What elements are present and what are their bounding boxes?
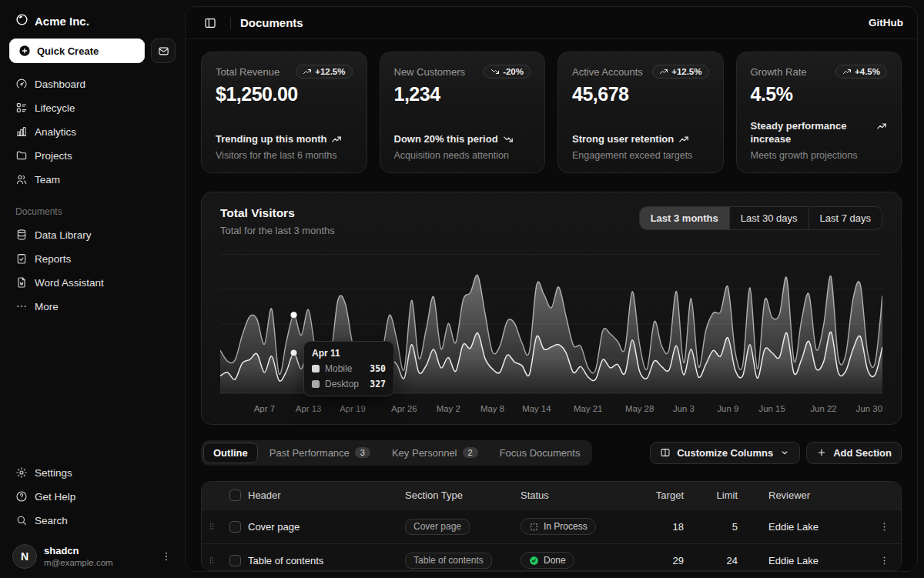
tab-outline[interactable]: Outline bbox=[203, 443, 258, 463]
active-dot-mobile bbox=[290, 349, 297, 356]
sidebar-footer-nav: SettingsGet HelpSearch bbox=[9, 461, 176, 532]
quick-create-label: Quick Create bbox=[37, 45, 99, 57]
inbox-button[interactable] bbox=[151, 38, 176, 63]
reviewer-cell[interactable]: Eddie Lake bbox=[752, 521, 867, 533]
tabs-row: OutlinePast Performance3Key Personnel2Fo… bbox=[201, 440, 902, 466]
sidebar-footer: SettingsGet HelpSearch N shadcn m@exampl… bbox=[9, 461, 176, 569]
table-body: Cover pageCover pageIn Process185Eddie L… bbox=[202, 510, 901, 571]
sidebar-main-nav: DashboardLifecycleAnalyticsProjectsTeam bbox=[9, 72, 176, 191]
row-menu-button[interactable] bbox=[867, 555, 901, 566]
tab-count-badge: 2 bbox=[463, 447, 478, 458]
drag-handle[interactable] bbox=[202, 555, 222, 566]
main-panel: Documents GitHub Total Revenue+12.5%$1,2… bbox=[185, 6, 918, 572]
trend-badge: -20% bbox=[484, 65, 531, 79]
table-row[interactable]: Table of contentsTable of contentsDone29… bbox=[202, 543, 901, 571]
select-all-checkbox[interactable] bbox=[229, 489, 241, 501]
stat-card-active-accounts: Active Accounts+12.5%45,678Strong user r… bbox=[557, 52, 724, 173]
sidebar-item-reports[interactable]: Reports bbox=[9, 247, 176, 270]
range-option-last-3-months[interactable]: Last 3 months bbox=[640, 207, 729, 229]
content: Total Revenue+12.5%$1,250.00Trending up … bbox=[186, 39, 917, 571]
target-cell[interactable]: 29 bbox=[636, 555, 698, 566]
col-reviewer: Reviewer bbox=[752, 489, 867, 501]
status-badge: Done bbox=[521, 552, 574, 569]
stat-value: 45,678 bbox=[572, 83, 709, 105]
range-toggle-group: Last 3 monthsLast 30 daysLast 7 days bbox=[639, 206, 882, 230]
plus-icon bbox=[816, 447, 827, 458]
github-link[interactable]: GitHub bbox=[869, 17, 903, 28]
sidebar-item-label: Lifecycle bbox=[35, 102, 75, 114]
row-header-cell[interactable]: Table of contents bbox=[248, 555, 405, 566]
tab-past-performance[interactable]: Past Performance3 bbox=[259, 443, 380, 463]
col-limit: Limit bbox=[698, 489, 752, 501]
range-option-last-30-days[interactable]: Last 30 days bbox=[729, 207, 808, 229]
table-row[interactable]: Cover pageCover pageIn Process185Eddie L… bbox=[202, 510, 901, 543]
row-checkbox[interactable] bbox=[229, 521, 241, 533]
sidebar-item-label: Reports bbox=[35, 253, 71, 265]
stat-footer-desc: Meets growth projections bbox=[751, 149, 888, 162]
sidebar-item-label: Search bbox=[35, 515, 68, 526]
svg-text:May 28: May 28 bbox=[625, 404, 654, 413]
row-menu-button[interactable] bbox=[867, 521, 901, 533]
trend-badge: +12.5% bbox=[652, 65, 708, 79]
sidebar-item-settings[interactable]: Settings bbox=[9, 461, 176, 484]
trend-up-icon bbox=[876, 120, 887, 132]
col-target: Target bbox=[636, 489, 698, 501]
trend-badge: +12.5% bbox=[296, 65, 352, 79]
sidebar-item-search[interactable]: Search bbox=[9, 509, 176, 532]
tab-focus-documents[interactable]: Focus Documents bbox=[490, 443, 591, 463]
row-header-cell[interactable]: Cover page bbox=[248, 521, 405, 533]
word-file-icon bbox=[15, 276, 28, 289]
sidebar-item-dashboard[interactable]: Dashboard bbox=[9, 72, 176, 95]
brand[interactable]: Acme Inc. bbox=[9, 8, 176, 34]
stat-footer-title: Strong user retention bbox=[572, 133, 709, 146]
add-section-button[interactable]: Add Section bbox=[806, 442, 902, 464]
quick-create-row: Quick Create bbox=[9, 38, 176, 63]
limit-cell[interactable]: 24 bbox=[698, 555, 752, 566]
svg-text:May 2: May 2 bbox=[437, 404, 460, 413]
limit-cell[interactable]: 5 bbox=[698, 521, 752, 533]
svg-text:Apr 13: Apr 13 bbox=[296, 404, 322, 413]
drag-handle[interactable] bbox=[202, 521, 222, 532]
stat-card-total-revenue: Total Revenue+12.5%$1,250.00Trending up … bbox=[201, 52, 367, 173]
stat-label: New Customers bbox=[394, 65, 465, 78]
stat-card-growth-rate: Growth Rate+4.5%4.5%Steady performance i… bbox=[736, 52, 902, 173]
visitors-chart-card: Total Visitors Total for the last 3 mont… bbox=[201, 192, 902, 425]
mail-icon bbox=[158, 45, 169, 57]
customize-columns-button[interactable]: Customize Columns bbox=[650, 442, 800, 464]
row-checkbox[interactable] bbox=[229, 555, 241, 566]
trend-up-icon bbox=[659, 67, 668, 76]
sidebar-item-word-assistant[interactable]: Word Assistant bbox=[9, 271, 176, 294]
sidebar-item-get-help[interactable]: Get Help bbox=[9, 485, 176, 508]
trend-up-icon bbox=[303, 67, 312, 76]
range-option-last-7-days[interactable]: Last 7 days bbox=[808, 207, 882, 229]
sidebar-item-analytics[interactable]: Analytics bbox=[9, 120, 176, 143]
sidebar-item-data-library[interactable]: Data Library bbox=[9, 223, 176, 246]
projects-icon bbox=[15, 149, 28, 162]
sidebar-item-more[interactable]: More bbox=[9, 295, 176, 318]
area-chart[interactable]: Apr 7Apr 13Apr 19Apr 26May 2May 8May 14M… bbox=[220, 249, 882, 424]
lifecycle-icon bbox=[15, 102, 28, 114]
series-swatch bbox=[312, 365, 320, 373]
panel-left-icon bbox=[204, 17, 216, 29]
topbar-divider bbox=[230, 17, 231, 29]
sidebar-item-projects[interactable]: Projects bbox=[9, 144, 176, 167]
svg-text:May 14: May 14 bbox=[522, 404, 551, 413]
section-type-badge: Table of contents bbox=[405, 553, 492, 569]
sidebar-item-lifecycle[interactable]: Lifecycle bbox=[9, 96, 176, 119]
col-section-type: Section Type bbox=[405, 489, 521, 501]
reviewer-cell[interactable]: Eddie Lake bbox=[752, 555, 867, 566]
trend-up-icon bbox=[842, 67, 852, 76]
sidebar: Acme Inc. Quick Create DashboardLifecycl… bbox=[0, 0, 185, 578]
svg-text:May 21: May 21 bbox=[574, 404, 602, 413]
target-cell[interactable]: 18 bbox=[636, 521, 698, 533]
tab-key-personnel[interactable]: Key Personnel2 bbox=[382, 443, 488, 463]
col-header: Header bbox=[248, 489, 405, 501]
stat-footer-desc: Engagement exceed targets bbox=[572, 149, 709, 162]
sidebar-item-team[interactable]: Team bbox=[9, 168, 176, 191]
user-menu[interactable]: N shadcn m@example.com bbox=[9, 540, 176, 569]
plus-circle-icon bbox=[18, 45, 31, 57]
sidebar-toggle-button[interactable] bbox=[199, 12, 221, 34]
svg-text:Jun 9: Jun 9 bbox=[717, 404, 738, 413]
quick-create-button[interactable]: Quick Create bbox=[9, 38, 145, 63]
sidebar-item-label: Data Library bbox=[35, 229, 92, 241]
